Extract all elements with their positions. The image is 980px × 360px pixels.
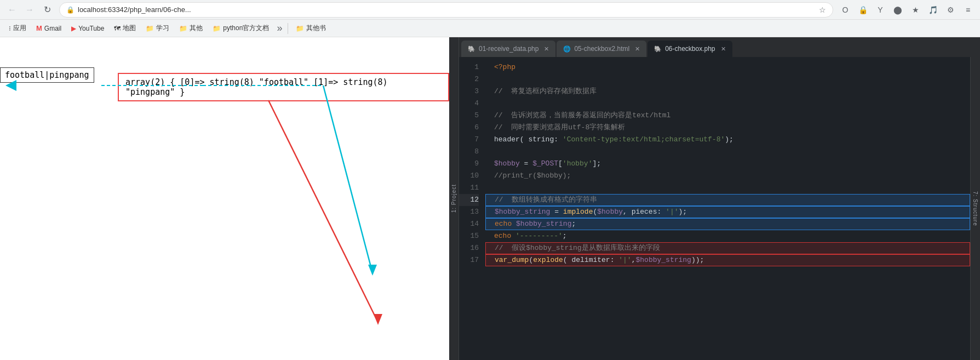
code-plain-9b: [ xyxy=(558,158,563,170)
line-num-16: 16 xyxy=(459,242,479,254)
tab-checkbox2[interactable]: 🌐 05-checkbox2.html ✕ xyxy=(557,41,646,57)
apps-icon: ⁝ xyxy=(9,25,11,32)
ext7-icon[interactable]: ≡ xyxy=(960,2,976,18)
code-cmt-10: //print_r($hobby); xyxy=(494,170,571,182)
code-plain-17d: )); xyxy=(691,254,704,266)
line-numbers: 1 2 3 4 5 6 7 8 9 10 11 12 13 14 xyxy=(459,57,485,360)
code-str-15: '---------' xyxy=(515,230,563,242)
forward-button[interactable]: → xyxy=(22,2,37,18)
structure-label: 7: Structure xyxy=(972,191,978,226)
study-icon: 📁 xyxy=(146,25,154,32)
bookmark-gmail-label: Gmail xyxy=(44,25,61,32)
code-line-10: //print_r($hobby); xyxy=(485,170,970,182)
code-var-13a: $hobby_string xyxy=(495,206,550,218)
code-var-14: $hobby_string xyxy=(516,218,571,230)
code-str-13: '|' xyxy=(666,206,678,218)
project-label: 1: Project xyxy=(451,184,457,213)
bookmarks-more-button[interactable]: » xyxy=(274,22,284,34)
code-str-7: 'Content-type:text/html;charset=utf-8' xyxy=(563,134,725,146)
code-line-13: $hobby_string = implode($hobby, pieces: … xyxy=(485,206,970,218)
extension-icon[interactable]: 🔒 xyxy=(855,2,870,18)
svg-line-3 xyxy=(323,85,372,273)
bookmark-maps[interactable]: 🗺 地图 xyxy=(110,21,140,35)
line-num-13: 13 xyxy=(459,206,479,218)
code-fn-17b: explode xyxy=(533,254,563,266)
code-plain-13d: ); xyxy=(678,206,687,218)
ext2-icon[interactable]: Y xyxy=(873,2,888,18)
tab-checkbox-label: 06-checkbox.php xyxy=(665,45,715,53)
bookmark-study[interactable]: 📁 学习 xyxy=(141,21,174,35)
bookmark-python-label: python官方文档 xyxy=(223,24,269,33)
browser-titlebar: ← → ↻ 🔒 localhost:63342/php_learn/06-che… xyxy=(0,0,980,20)
code-plain-9c: ]; xyxy=(592,158,601,170)
opera-icon[interactable]: O xyxy=(838,2,853,18)
address-text: localhost:63342/php_learn/06-che... xyxy=(78,5,816,14)
line-num-17: 17 xyxy=(459,254,479,266)
ext5-icon[interactable]: 🎵 xyxy=(925,2,941,18)
ext3-icon[interactable]: ⬤ xyxy=(890,2,906,18)
line-num-9: 9 xyxy=(459,158,479,170)
code-content[interactable]: <?php // 将复选框内容存储到数据库 // 告诉浏览器，当前服务器返回的内… xyxy=(485,57,970,360)
tabs-bar: 🐘 01-receive_data.php ✕ 🌐 05-checkbox2.h… xyxy=(459,37,980,57)
tab-receive-close[interactable]: ✕ xyxy=(544,45,549,53)
code-plain-17b: ( delimiter: xyxy=(563,254,618,266)
tab-checkbox2-close[interactable]: ✕ xyxy=(635,45,640,53)
tab-checkbox[interactable]: 🐘 06-checkbox.php ✕ xyxy=(647,41,732,57)
code-line-5: // 告诉浏览器，当前服务器返回的内容是text/html xyxy=(485,110,970,122)
array-text: array(2) { [0]=> string(8) "football" [1… xyxy=(125,77,388,97)
bookmark-apps[interactable]: ⁝ 应用 xyxy=(4,21,31,35)
code-wrapper: 1 2 3 4 5 6 7 8 9 10 11 12 13 14 xyxy=(459,57,980,360)
line-num-5: 5 xyxy=(459,110,479,122)
lock-icon: 🔒 xyxy=(66,6,74,14)
code-plain-15a xyxy=(511,230,515,242)
code-plain-14a xyxy=(512,218,516,230)
bookmark-other-label: 其他 xyxy=(190,24,203,33)
line-num-11: 11 xyxy=(459,182,479,194)
code-cmt-6: // 同时需要浏览器用utf-8字符集解析 xyxy=(494,122,625,134)
code-cmt-12: // 数组转换成有格式的字符串 xyxy=(495,194,597,206)
ext6-icon[interactable]: ⚙ xyxy=(943,2,958,18)
bookmark-other2[interactable]: 📁 其他书 xyxy=(291,21,330,35)
main-area: football|pingpang array(2) { [0]=> strin… xyxy=(0,37,980,360)
bookmark-youtube[interactable]: ▶ YouTube xyxy=(67,22,108,35)
code-line-1: <?php xyxy=(485,61,970,73)
code-plain-14b: ; xyxy=(571,218,576,230)
code-line-15: echo '---------'; xyxy=(485,230,970,242)
code-line-8 xyxy=(485,146,970,158)
line-num-7: 7 xyxy=(459,134,479,146)
ext4-icon[interactable]: ★ xyxy=(908,2,923,18)
line-num-2: 2 xyxy=(459,73,479,85)
code-line-6: // 同时需要浏览器用utf-8字符集解析 xyxy=(485,122,970,134)
code-plain-13a: = xyxy=(550,206,563,218)
code-kw-15: echo xyxy=(494,230,511,242)
code-var-17: $hobby_string xyxy=(635,254,691,266)
maps-icon: 🗺 xyxy=(114,25,121,32)
other-icon: 📁 xyxy=(179,25,187,32)
code-plain-17a: ( xyxy=(529,254,533,266)
python-icon: 📁 xyxy=(213,25,221,32)
bookmark-other[interactable]: 📁 其他 xyxy=(175,21,207,35)
bookmark-python[interactable]: 📁 python官方文档 xyxy=(208,21,273,35)
ide-panel: 1: Project 🐘 01-receive_data.php ✕ 🌐 05-… xyxy=(449,37,980,360)
tab-checkbox-close[interactable]: ✕ xyxy=(721,45,726,53)
nav-buttons: ← → ↻ xyxy=(4,2,55,18)
bookmark-star-icon[interactable]: ☆ xyxy=(819,5,826,14)
code-line-3: // 将复选框内容存储到数据库 xyxy=(485,85,970,98)
code-str-17: '|' xyxy=(618,254,631,266)
gmail-icon: M xyxy=(36,24,42,32)
code-fn-17a: var_dump xyxy=(495,254,529,266)
line-num-8: 8 xyxy=(459,146,479,158)
bookmark-gmail[interactable]: M Gmail xyxy=(32,22,66,35)
svg-marker-6 xyxy=(374,314,382,325)
code-var-9a: $hobby xyxy=(494,158,520,170)
code-var-9b: $_POST xyxy=(532,158,558,170)
line-num-14: 14 xyxy=(459,218,479,230)
back-button[interactable]: ← xyxy=(4,2,20,18)
tab-receive-icon: 🐘 xyxy=(468,45,475,53)
code-line-4 xyxy=(485,98,970,110)
structure-panel: 7: Structure xyxy=(970,57,980,360)
tab-receive-data[interactable]: 🐘 01-receive_data.php ✕ xyxy=(461,41,555,57)
reload-button[interactable]: ↻ xyxy=(39,2,55,18)
code-line-17: var_dump(explode( delimiter: '|',$hobby_… xyxy=(485,254,970,266)
address-bar[interactable]: 🔒 localhost:63342/php_learn/06-che... ☆ xyxy=(59,2,833,18)
